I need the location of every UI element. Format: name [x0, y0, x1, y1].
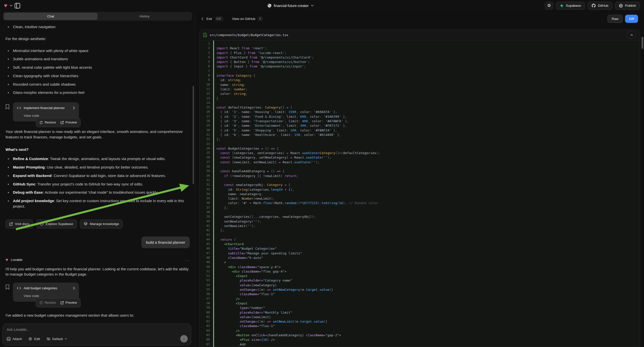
send-button[interactable]: ↑: [180, 335, 188, 342]
code-line: 23: [200, 142, 640, 146]
code-line: 27 const [newLimit, setNewLimit] = React…: [200, 160, 640, 165]
line-number: 28: [200, 165, 213, 169]
line-number: 32⌄: [200, 183, 213, 188]
restore-button[interactable]: Restore: [37, 300, 58, 306]
model-selector[interactable]: Default: [46, 337, 67, 341]
composer-controls: Attach Edit Default ↑: [7, 335, 188, 342]
supabase-button[interactable]: Supabase: [556, 2, 585, 10]
list-item: Expand with Backend: Connect Supabase to…: [6, 173, 190, 178]
fold-chevron-icon[interactable]: ⌄: [212, 170, 213, 172]
version-card-add-budget[interactable]: Add budget categories View code Restore …: [13, 282, 79, 302]
composer[interactable]: Ask Lovable... Attach Edit Default ↑: [2, 324, 191, 346]
preview-button[interactable]: Preview: [58, 300, 79, 306]
back-chevron-icon[interactable]: [202, 17, 204, 20]
fold-chevron-icon[interactable]: ⌄: [212, 106, 213, 108]
view-code-link[interactable]: View code: [24, 294, 75, 298]
bullet-dot: [8, 184, 9, 185]
restore-icon: [40, 121, 43, 124]
visit-docs-button[interactable]: Visit docs: [6, 220, 33, 228]
code-line-text: const defaultCategories: Category[] = [: [213, 106, 292, 110]
line-number: 35: [200, 197, 213, 201]
code-line-text: const handleAddCategory = () => {: [213, 169, 284, 174]
code-line: 15⌄const defaultCategories: Category[] =…: [200, 106, 640, 110]
line-number: 19: [200, 124, 213, 128]
line-number: 49: [200, 260, 213, 265]
publish-button[interactable]: Publish: [615, 2, 640, 10]
code-line: 21 { id: '6', name: 'Healthcare', limit:…: [200, 133, 640, 138]
fold-chevron-icon[interactable]: ⌄: [212, 74, 213, 77]
chat-scrollbar[interactable]: [193, 86, 194, 184]
code-line: 42 };: [200, 228, 640, 233]
code-toolbar: Exit ESC View on GitHub G Raw Diff: [196, 11, 644, 26]
line-number: 17: [200, 115, 213, 119]
code-line-text: import { Button } from '@/components/ui/…: [213, 60, 310, 64]
code-line-text: <Button onClick={handleAddCategory} clas…: [213, 333, 341, 338]
chevron-right-icon[interactable]: [73, 286, 75, 290]
code-line: 50 <div className="space-y-6">: [200, 265, 640, 270]
composer-input[interactable]: Ask Lovable...: [7, 328, 187, 332]
line-number: 1: [200, 42, 213, 46]
code-line-text: const BudgetCategories = () => {: [213, 146, 278, 151]
fold-chevron-icon[interactable]: ⌄: [212, 147, 213, 150]
code-line: 63 className="flex-1": [200, 324, 640, 328]
view-on-github-button[interactable]: View on GitHub: [232, 17, 256, 21]
code-line: 34 name: newCategory,: [200, 192, 640, 197]
code-line-text: limit: number;: [213, 87, 248, 92]
tab-chat[interactable]: Chat: [4, 13, 98, 20]
code-line: 3import { Plus } from 'lucide-react';: [200, 51, 640, 56]
manage-knowledge-button[interactable]: Manage knowledge: [80, 220, 123, 228]
line-number: 45: [200, 242, 213, 247]
bookmark-icon[interactable]: [6, 284, 10, 290]
code-editor[interactable]: 12import React from 'react';3import { Pl…: [200, 40, 640, 347]
preview-button[interactable]: Preview: [58, 119, 79, 126]
collapse-file-button[interactable]: [627, 31, 636, 39]
attach-button[interactable]: Attach: [7, 337, 22, 341]
line-number: 51: [200, 270, 213, 274]
edit-button[interactable]: Edit: [28, 337, 40, 341]
exit-button[interactable]: Exit: [206, 17, 212, 21]
chevron-right-icon[interactable]: [73, 106, 75, 110]
line-number: 20: [200, 128, 213, 133]
github-button[interactable]: GitHub: [588, 2, 612, 10]
code-line: 48 className="h-auto": [200, 256, 640, 260]
bullet-dot: [8, 200, 9, 202]
tab-history[interactable]: History: [98, 13, 192, 20]
code-card: src/components/budget/BudgetCategories.t…: [200, 29, 640, 347]
version-card-implement[interactable]: Implement financial planner View code Re…: [13, 102, 79, 122]
message-menu-button[interactable]: ...: [185, 257, 190, 262]
version-card-row: Implement financial planner View code Re…: [6, 102, 79, 122]
line-number: 30: [200, 174, 213, 178]
lovable-logo-icon[interactable]: ♥: [4, 3, 8, 8]
code-line: 11 limit: number;: [200, 87, 640, 92]
restore-button[interactable]: Restore: [37, 119, 58, 126]
explore-supabase-button[interactable]: Explore Supabase: [36, 220, 77, 228]
code-scrollbar[interactable]: [642, 37, 643, 49]
list-item: Subtle animations and transitions: [6, 56, 190, 62]
line-number: 3: [200, 51, 213, 56]
code-line: 9 id: string;: [200, 78, 640, 83]
line-number: 23: [200, 142, 213, 146]
code-line: 60 placeholder="Monthly limit": [200, 311, 640, 315]
logo-chevron-down-icon[interactable]: [10, 5, 12, 6]
line-number: 65: [200, 333, 213, 338]
whats-next-heading: What's next?: [6, 147, 190, 152]
line-number: 46: [200, 247, 213, 251]
view-code-link[interactable]: View code: [24, 113, 75, 118]
code-line: 61 value={newLimit}: [200, 315, 640, 320]
code-line-text: const [categories, setCategories] = Reac…: [213, 151, 380, 156]
chat-scroll-area[interactable]: Clean, intuitive navigation For the desi…: [0, 22, 195, 323]
code-line: 25 const [categories, setCategories] = R…: [200, 151, 640, 156]
quick-action-row: Visit docs Explore Supabase Manage knowl…: [6, 220, 190, 228]
file-header[interactable]: src/components/budget/BudgetCategories.t…: [200, 30, 640, 40]
bookmark-icon[interactable]: [6, 104, 10, 109]
diff-toggle-button[interactable]: Diff: [625, 15, 638, 23]
settings-button[interactable]: ⚙: [545, 2, 554, 10]
code-line-text: <Input: [213, 302, 248, 306]
raw-toggle-button[interactable]: Raw: [608, 15, 622, 23]
line-number: 44: [200, 238, 213, 242]
project-switcher[interactable]: financial-future-creator: [267, 4, 314, 8]
code-line: 1: [200, 42, 640, 46]
code-line: 64 />: [200, 329, 640, 333]
sidebar-toggle-icon[interactable]: [15, 3, 20, 8]
fold-chevron-icon[interactable]: ⌄: [212, 184, 213, 186]
